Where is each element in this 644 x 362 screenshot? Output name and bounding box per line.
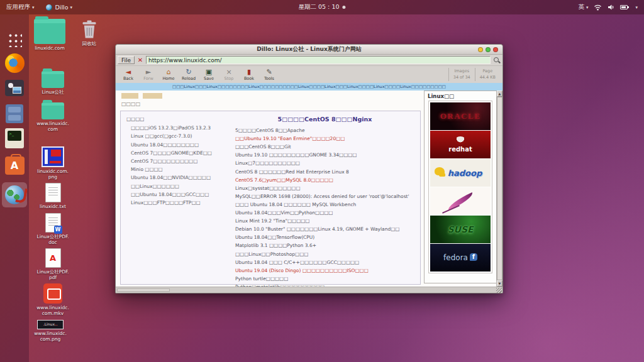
toolbar-button[interactable]: ► Forw	[138, 68, 158, 81]
article-link[interactable]: □□□□iOS 13.2.3□iPadOS 13.2.3	[126, 124, 231, 132]
dock-item-terminal[interactable]	[0, 128, 29, 148]
toolbar-button[interactable]: ⌂ Home	[158, 68, 179, 81]
scroll-up-arrow-icon[interactable]: ▲	[497, 90, 502, 97]
article-link[interactable]: Ubuntu 18.04□□□Vim□□Python□□□□	[235, 209, 414, 217]
desktop-icon-png-small[interactable]: .Linux.. www.linuxidc.com.png	[32, 320, 69, 343]
window-maximize-button[interactable]	[486, 47, 491, 52]
dock-item-firefox[interactable]	[0, 53, 29, 73]
toolbar-button[interactable]: ▮ Book	[239, 68, 259, 81]
ad-placeholder[interactable]	[121, 93, 138, 99]
dock-item-dillo-active[interactable]	[0, 182, 29, 207]
left-article-list: □□□□ □□□□iOS 13.2.3□iPadOS 13.2.3 Linux …	[126, 115, 231, 207]
distro-logo-image[interactable]: redhat	[430, 131, 491, 158]
article-link[interactable]: CentOS 8 □□□□□□Red Hat Enterprise Linux …	[235, 168, 414, 176]
desktop-icon-trash[interactable]: 回收站	[71, 19, 108, 47]
article-link[interactable]: Ubuntu 19.04 (Disco Dingo) □□□□□□□□□□ISO…	[235, 266, 414, 275]
window-titlebar[interactable]: Dillo: Linux公社 - Linux系统门户网站	[116, 45, 502, 55]
toolbar-button-icon: ▮	[247, 69, 251, 76]
site-navbar[interactable]: □□□Linux□□□Linux□□□□□□□□Linux□□□□□□□□□□L…	[116, 83, 502, 90]
article-link[interactable]: Ubuntu 18.04□□□□□□□□	[126, 141, 231, 149]
article-link[interactable]: Linux□7□□□□□□□□□□	[235, 159, 414, 167]
article-link[interactable]: □□Ubuntu 18.04□□□GCC□□□	[126, 190, 231, 199]
ad-placeholder[interactable]	[143, 93, 162, 99]
dock-item-app-grid[interactable]	[0, 32, 29, 47]
distro-logo-image[interactable]: SUSE	[430, 216, 491, 243]
article-link[interactable]: Ubuntu 18.04 □□□ C/C++□□□□□□GCC□□□□□	[235, 258, 414, 266]
desktop-icon-doc[interactable]: W Linux公社PDF.doc	[35, 213, 71, 246]
article-link[interactable]: Linux□sysstat□□□□□□□	[235, 184, 414, 192]
article-link[interactable]: □□□Linux□□Photoshop□□□	[235, 250, 414, 258]
desktop-icon-linuxidc-folder[interactable]: linuxidc.com	[31, 19, 68, 51]
distro-logo-image[interactable]: fedora	[430, 244, 491, 272]
article-link[interactable]: Ubuntu 18.04□□Tensorflow(CPU)	[235, 233, 414, 241]
toolbar-button[interactable]: × Stop	[219, 68, 239, 81]
desktop-icon-pdf[interactable]: A Linux公社PDF.pdf	[35, 248, 71, 281]
sidebar-header: Linux□□	[425, 91, 496, 101]
image-thumbnail-icon: .Linux..	[37, 320, 64, 329]
chevron-down-icon: ▾	[586, 5, 589, 10]
dock-item-files[interactable]	[0, 104, 29, 123]
clock[interactable]: 星期二 05：10	[298, 0, 345, 14]
scrollbar-thumb[interactable]	[497, 97, 502, 280]
applications-menu[interactable]: 应用程序 ▾	[6, 3, 35, 11]
toolbar-button[interactable]: ✎ Tools	[259, 68, 279, 81]
window-close-button[interactable]	[493, 47, 498, 52]
toolbar-button-label: Stop	[225, 77, 234, 81]
search-icon[interactable]	[492, 56, 501, 64]
article-link[interactable]: CentOS 7□□□□GNOME□KDE□□	[126, 149, 231, 157]
article-link[interactable]: □□□CentOS 8□□□Git	[235, 143, 414, 151]
desktop-icon-logo-png[interactable]: linuxidc.com.png	[35, 146, 71, 180]
status-bug-meter[interactable]	[117, 288, 170, 292]
app-menu-dillo[interactable]: Dillo ▾	[46, 4, 73, 11]
desktop-icon-linux-gongshe-folder[interactable]: Linux公社	[35, 71, 71, 95]
resize-grip-icon[interactable]	[496, 288, 502, 293]
chevron-down-icon: ▾	[70, 5, 73, 10]
desktop-icon-www-linuxidc-folder[interactable]: www.linuxidc.com	[35, 102, 71, 133]
scroll-down-arrow-icon[interactable]: ▼	[497, 280, 502, 287]
window-minimize-button[interactable]	[478, 47, 483, 52]
article-link[interactable]: Linux□□□FTP□□□□FTP□□	[126, 199, 231, 207]
distro-logo-image[interactable]: ORACLE	[430, 102, 491, 130]
article-link[interactable]: CentOS 7.6□yum□□MySQL 8.0□□□□□	[235, 176, 414, 184]
keyboard-layout-indicator[interactable]: 英 ▾	[578, 3, 588, 11]
article-link[interactable]: Ubuntu 18.04□□NVIDIA□□□□□	[126, 173, 231, 182]
toolbar-button[interactable]: ◄ Back	[118, 68, 138, 81]
vertical-scrollbar[interactable]: ▲ ▼	[496, 90, 502, 287]
article-link[interactable]: Python turtle□□□□□	[235, 275, 414, 283]
desktop-icon-txt[interactable]: linuxidc.txt	[35, 183, 71, 209]
article-link[interactable]: □□Linux□□□□□□	[126, 182, 231, 190]
article-link[interactable]: Minio □□□□	[126, 165, 231, 173]
article-link[interactable]: Linux □□gcc(□gcc-7.3.0)	[126, 132, 231, 140]
article-link[interactable]: □□□ Ubuntu 18.04 □□□□□□ MySQL Workbench	[235, 200, 414, 209]
article-link[interactable]: MySQL□□ERROR 1698 (28000): Access denied…	[235, 192, 414, 200]
article-link[interactable]: Matplotlib 3.1 □□□□Python 3.6+	[235, 241, 414, 250]
desktop-icon-mkv[interactable]: www.linuxidc.com.mkv	[35, 283, 71, 317]
article-link[interactable]: □□Ubuntu 19.10 "Eoan Ermine"□□□□20□□	[235, 134, 414, 143]
volume-icon[interactable]	[608, 4, 614, 11]
toolbar-button-icon: ◄	[126, 69, 131, 76]
distro-logo-image[interactable]	[430, 187, 491, 215]
article-link[interactable]: Ubuntu 19.10 □□□□□□□□□GNOME 3.34□□□□	[235, 151, 414, 159]
article-link[interactable]: CentOS 7□□□□□□□□□□	[126, 157, 231, 165]
clear-url-button[interactable]: ✕	[136, 56, 144, 64]
toolbar-button-label: Forw	[143, 77, 153, 81]
toolbar-button[interactable]: ↻ Reload	[179, 68, 199, 81]
distro-logo-list: ORACLE redhat hadoop	[428, 101, 492, 273]
dock-item-screenshot[interactable]	[0, 80, 29, 96]
url-input[interactable]	[146, 56, 491, 64]
network-icon[interactable]	[594, 4, 602, 11]
sidebar: Linux□□ ORACLE redhat hadoop	[424, 90, 497, 283]
battery-icon[interactable]	[620, 5, 628, 9]
folder-icon	[42, 71, 64, 88]
featured-article-link[interactable]: 5□□□□CentOS 8□□□Nginx	[235, 115, 414, 123]
session-menu-caret-icon[interactable]: ▾	[635, 5, 638, 10]
article-link[interactable]: 5□□□□CentOS 8□□Apache	[235, 126, 414, 134]
dock-item-software-center[interactable]: A	[0, 156, 29, 175]
file-menu-button[interactable]: File	[118, 56, 135, 64]
toolbar-button[interactable]: ▣ Save	[199, 68, 219, 81]
article-link[interactable]: Debian 10.0 "Buster" □□□□□□□Linux 4.19, …	[235, 225, 414, 233]
article-link[interactable]: Linux Mint 19.2 "Tina"□□□□□	[235, 217, 414, 225]
desktop-icon-label: Linux公社PDF.pdf	[36, 269, 70, 281]
chevron-down-icon: ▾	[32, 5, 35, 10]
distro-logo-image[interactable]: hadoop	[430, 159, 491, 187]
